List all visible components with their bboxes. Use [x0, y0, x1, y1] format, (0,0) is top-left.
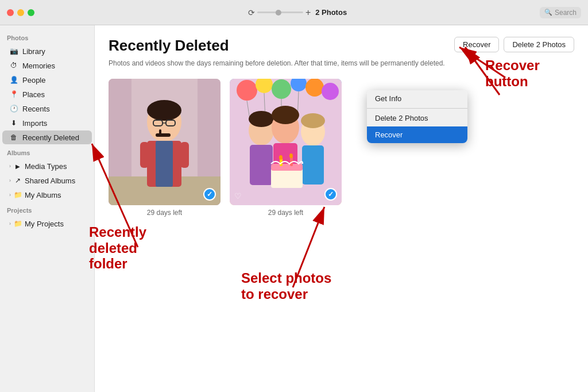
sidebar-item-library[interactable]: Library	[2, 44, 92, 58]
svg-rect-13	[140, 142, 149, 168]
context-menu-divider	[367, 108, 467, 109]
app-body: Photos Library Memories People Places Re…	[0, 25, 588, 392]
shared-icon	[13, 176, 22, 185]
context-menu: Get Info Delete 2 Photos Recover	[367, 90, 467, 143]
context-menu-delete[interactable]: Delete 2 Photos	[367, 110, 467, 126]
photo-1-label: 29 days left	[109, 209, 220, 217]
heart-icon: ♡	[234, 191, 242, 201]
sidebar-item-my-projects[interactable]: › My Projects	[2, 217, 92, 230]
sidebar-label-shared-albums: Shared Albums	[25, 176, 75, 185]
media-icon	[13, 162, 22, 171]
view-controls: ⟳ +	[248, 7, 311, 18]
sidebar-label-places: Places	[22, 90, 45, 99]
recover-button[interactable]: Recover	[454, 37, 499, 52]
svg-rect-36	[271, 164, 303, 171]
sidebar-label-recently-deleted: Recently Deleted	[22, 133, 79, 142]
albums-section-label: Albums	[0, 145, 94, 159]
slider-thumb	[276, 10, 281, 16]
sidebar-item-shared-albums[interactable]: › Shared Albums	[2, 174, 92, 187]
photos-section-label: Photos	[0, 30, 94, 44]
sidebar-item-recents[interactable]: Recents	[2, 102, 92, 116]
svg-rect-28	[250, 145, 273, 185]
chevron-right-icon: ›	[9, 163, 11, 169]
svg-point-40	[289, 153, 293, 158]
projects-section-label: Projects	[0, 202, 94, 216]
sidebar: Photos Library Memories People Places Re…	[0, 25, 95, 392]
title-bar: ⟳ + 2 Photos 🔍 Search	[0, 0, 588, 25]
sidebar-label-library: Library	[22, 47, 45, 56]
svg-rect-34	[302, 145, 324, 185]
svg-point-18	[272, 79, 291, 99]
svg-point-21	[322, 83, 339, 100]
search-placeholder: Search	[555, 9, 577, 17]
subtitle: Photos and videos show the days remainin…	[109, 59, 453, 67]
sidebar-item-media-types[interactable]: › Media Types	[2, 159, 92, 173]
context-menu-recover[interactable]: Recover	[367, 126, 467, 143]
sidebar-label-my-projects: My Projects	[25, 220, 64, 228]
context-menu-get-info[interactable]: Get Info	[367, 90, 467, 107]
title-bar-center: ⟳ + 2 Photos	[241, 7, 347, 18]
svg-point-16	[237, 80, 257, 101]
sidebar-item-imports[interactable]: Imports	[2, 116, 92, 130]
svg-point-27	[249, 111, 274, 127]
chevron-right-icon-3: ›	[9, 192, 11, 198]
imports-icon	[9, 118, 18, 128]
delete-button[interactable]: Delete 2 Photos	[504, 37, 574, 52]
sidebar-label-media-types: Media Types	[25, 162, 67, 171]
window-title: 2 Photos	[315, 8, 347, 17]
photo-thumb-2[interactable]: ♡ ✓	[230, 79, 342, 205]
recents-icon	[9, 104, 18, 113]
search-bar[interactable]: 🔍 Search	[540, 7, 581, 18]
sidebar-label-memories: Memories	[22, 62, 55, 70]
svg-point-39	[279, 155, 283, 160]
maximize-button[interactable]	[28, 9, 34, 16]
sidebar-label-imports: Imports	[22, 119, 47, 128]
photo-2-checkmark: ✓	[324, 188, 337, 201]
svg-point-30	[272, 106, 299, 124]
rotate-icon: ⟳	[248, 8, 255, 17]
photo-bg-2	[230, 79, 342, 205]
page-title: Recently Deleted	[109, 37, 229, 55]
sidebar-label-my-albums: My Albums	[25, 191, 61, 199]
chevron-right-icon-4: ›	[9, 221, 11, 226]
sidebar-item-recently-deleted[interactable]: Recently Deleted	[2, 130, 92, 144]
svg-point-33	[301, 113, 325, 128]
header-buttons: Recover Delete 2 Photos	[454, 37, 574, 52]
photo-thumb-1[interactable]: ✓	[109, 79, 220, 205]
photo-2-label: 29 days left	[230, 209, 342, 217]
traffic-lights	[7, 9, 34, 16]
photo-item-1[interactable]: ✓ 29 days left	[109, 79, 220, 217]
photo-1-checkmark: ✓	[203, 188, 216, 201]
photo-bg-1	[109, 79, 220, 205]
sidebar-item-memories[interactable]: Memories	[2, 59, 92, 72]
photo-item-2[interactable]: ♡ ✓ 29 days left	[230, 79, 342, 217]
page-header: Recently Deleted Recover Delete 2 Photos	[109, 37, 574, 55]
projects-icon	[13, 219, 22, 228]
svg-point-20	[305, 79, 324, 97]
sidebar-item-my-albums[interactable]: › My Albums	[2, 188, 92, 202]
trash-icon	[9, 133, 18, 142]
chevron-right-icon-2: ›	[9, 178, 11, 183]
close-button[interactable]	[7, 9, 14, 16]
places-icon	[9, 90, 18, 99]
main-content: Recently Deleted Recover Delete 2 Photos…	[95, 25, 588, 392]
library-icon	[9, 47, 18, 56]
svg-rect-10	[156, 141, 173, 187]
search-icon: 🔍	[544, 9, 552, 16]
sidebar-item-places[interactable]: Places	[2, 87, 92, 101]
albums-icon	[13, 190, 22, 199]
svg-point-5	[147, 100, 181, 121]
people-icon	[9, 75, 18, 84]
svg-rect-11	[156, 133, 171, 137]
zoom-slider[interactable]	[257, 11, 303, 13]
sidebar-item-people[interactable]: People	[2, 73, 92, 87]
sidebar-label-recents: Recents	[22, 105, 50, 113]
photo-grid: ✓ 29 days left	[109, 79, 574, 217]
plus-button[interactable]: +	[305, 7, 311, 18]
svg-rect-35	[271, 168, 303, 188]
memories-icon	[9, 61, 18, 70]
minimize-button[interactable]	[17, 9, 24, 16]
sidebar-label-people: People	[22, 76, 45, 84]
svg-rect-12	[159, 129, 161, 135]
svg-rect-14	[180, 142, 189, 168]
